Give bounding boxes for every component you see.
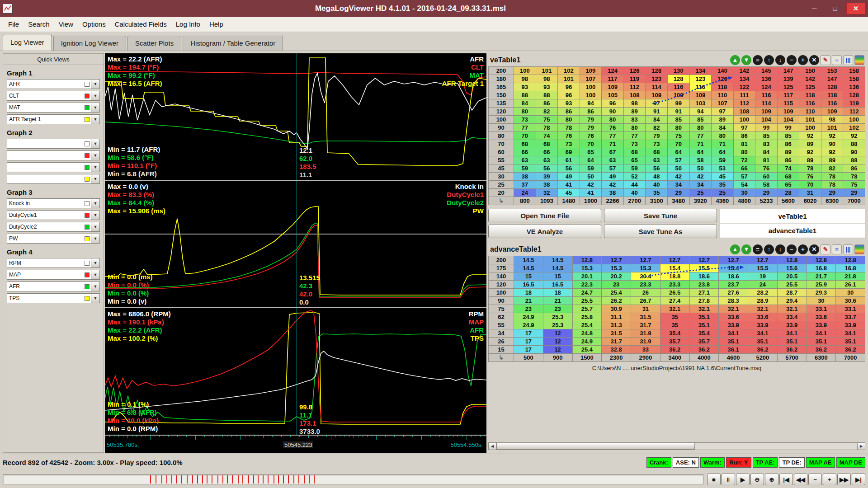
advancetable1-cell[interactable]: 35.7 — [689, 338, 719, 346]
vetable1-cell[interactable]: 118 — [799, 91, 821, 99]
vetable1-cell[interactable]: 128 — [646, 67, 668, 75]
vetable1-cell[interactable]: 68 — [514, 140, 536, 148]
menu-item-file[interactable]: File — [4, 18, 24, 31]
advancetable1-cell[interactable]: 26 — [631, 289, 660, 297]
vetable1-cell[interactable]: 80 — [558, 116, 580, 124]
advancetable1-cell[interactable]: 35.7 — [660, 338, 689, 346]
vetable1-cell[interactable]: 64 — [580, 156, 602, 164]
advancetable1-cell[interactable]: 14.5 — [543, 256, 572, 264]
advancetable1-cell[interactable]: 32.1 — [719, 305, 748, 313]
chevron-down-icon[interactable]: ▼ — [91, 115, 99, 124]
vetable1-cell[interactable]: 75 — [536, 116, 558, 124]
vetable1-cell[interactable]: 80 — [712, 132, 734, 140]
vetable1-cell[interactable]: 100 — [580, 83, 602, 91]
advancetable1-cell[interactable]: 20.2 — [602, 272, 631, 281]
advancetable1-cell[interactable]: 34.1 — [807, 329, 836, 338]
vetable1-cell[interactable]: 42 — [689, 173, 712, 181]
vetable1-cell[interactable]: 28 — [777, 189, 799, 197]
advancetable1-cell[interactable]: 17 — [514, 329, 543, 338]
menu-item-options[interactable]: Options — [78, 18, 110, 31]
vetable1-cell[interactable]: 73 — [623, 140, 646, 148]
increase-button[interactable]: ↑ — [764, 55, 774, 65]
vetable1-cell[interactable]: 69 — [558, 148, 580, 156]
advancetable1-cell[interactable]: 31.5 — [602, 329, 631, 338]
forward-button[interactable]: ▶▶ — [837, 474, 851, 485]
vetable1-cell[interactable]: 98 — [514, 75, 536, 83]
advancetable1-cell[interactable]: 34.1 — [719, 329, 748, 338]
advancetable1-cell[interactable]: 33.1 — [836, 305, 865, 313]
vetable1-cell[interactable]: 59 — [580, 164, 602, 173]
scroll-right-button[interactable]: ▶ — [857, 443, 865, 450]
vetable1-cell[interactable]: 88 — [843, 156, 865, 164]
advancetable1-cell[interactable]: 17 — [514, 346, 543, 354]
vetable1-cell[interactable]: 100 — [580, 91, 602, 99]
faster-button[interactable]: + — [823, 474, 836, 485]
vetable1-cell[interactable]: 94 — [580, 99, 602, 108]
vetable1-cell[interactable]: 78 — [821, 181, 843, 189]
advancetable1-cell[interactable]: 21 — [543, 297, 572, 305]
edit-pencil-button[interactable]: ✎ — [821, 55, 830, 65]
vetable1-cell[interactable]: 126 — [623, 67, 646, 75]
vetable1-cell[interactable]: 64 — [667, 148, 689, 156]
menu-item-view[interactable]: View — [54, 18, 78, 31]
advancetable1-cell[interactable]: 32.8 — [602, 346, 631, 354]
vetable1-cell[interactable]: 96 — [558, 91, 580, 99]
advancetable1-cell[interactable]: 23 — [602, 281, 631, 289]
vetable1-cell[interactable]: 83 — [623, 116, 646, 124]
advancetable1-cell[interactable]: 12 — [543, 338, 572, 346]
vetable1-cell[interactable]: 80 — [602, 116, 624, 124]
vetable1-cell[interactable]: 42 — [602, 181, 624, 189]
vetable1-cell[interactable]: 109 — [777, 108, 799, 116]
stop-button[interactable]: ■ — [707, 474, 721, 485]
vetable1-cell[interactable]: 110 — [712, 91, 734, 99]
advancetable1-cell[interactable]: 27.6 — [719, 289, 748, 297]
vetable1-cell[interactable]: 109 — [667, 91, 689, 99]
row-view-button[interactable]: ≡ — [832, 244, 842, 254]
vetable1-cell[interactable]: 54 — [733, 181, 755, 189]
vetable1-cell[interactable]: 101 — [536, 67, 558, 75]
clear-button[interactable]: ✕ — [809, 244, 819, 254]
vetable1-cell[interactable]: 38 — [602, 189, 624, 197]
vetable1-cell[interactable]: 118 — [712, 83, 734, 91]
vetable1-cell[interactable]: 30 — [733, 189, 755, 197]
vetable1-cell[interactable]: 32 — [536, 189, 558, 197]
advancetable1-cell[interactable]: 33.9 — [807, 321, 836, 329]
vetable1-cell[interactable]: 98 — [536, 75, 558, 83]
vetable1-cell[interactable]: 150 — [799, 67, 821, 75]
vetable1-cell[interactable]: 88 — [843, 140, 865, 148]
vetable1-cell[interactable]: 80 — [623, 124, 646, 132]
vetable1-cell[interactable]: 102 — [843, 124, 865, 132]
tab-histogram-table-generator[interactable]: Histogram / Table Generator — [183, 36, 283, 51]
tab-ignition-log-viewer[interactable]: Ignition Log Viewer — [53, 36, 126, 51]
vetable1-cell[interactable]: 116 — [821, 99, 843, 108]
chart-graph-1[interactable]: Max = 22.2 (AFR)Max = 194.7 (°F)Max = 99… — [105, 53, 486, 181]
heatmap-button[interactable] — [854, 55, 864, 65]
vetable1-cell[interactable]: 56 — [536, 164, 558, 173]
vetable1-cell[interactable]: 58 — [755, 181, 778, 189]
advancetable1-cell[interactable]: 25.7 — [572, 305, 602, 313]
advancetable1-cell[interactable]: 35 — [660, 321, 689, 329]
vetable1-cell[interactable]: 85 — [755, 132, 778, 140]
advancetable1-cell[interactable]: 35.4 — [660, 329, 689, 338]
advancetable1-cell[interactable]: 12.7 — [719, 256, 748, 264]
scale-up-button[interactable]: ▲ — [730, 244, 740, 254]
advancetable1-cell[interactable]: 27.4 — [660, 297, 689, 305]
vetable1-cell[interactable]: 50 — [667, 164, 689, 173]
vetable1-cell[interactable]: 70 — [580, 140, 602, 148]
vetable1-cell[interactable]: 98 — [821, 116, 843, 124]
vetable1-cell[interactable]: 84 — [646, 116, 668, 124]
tab-log-viewer[interactable]: Log Viewer — [3, 35, 52, 51]
vetable1-cell[interactable]: 147 — [777, 67, 799, 75]
field-combo-item[interactable]: ▼ — [7, 139, 100, 149]
advancetable1-cell[interactable]: 36.2 — [807, 346, 836, 354]
advancetable1-cell[interactable]: 33.9 — [748, 321, 778, 329]
vetable1-cell[interactable]: 41 — [558, 181, 580, 189]
vetable1-cell[interactable]: 68 — [646, 148, 668, 156]
vetable1-cell[interactable]: 80 — [514, 108, 536, 116]
vetable1-cell[interactable]: 59 — [623, 164, 646, 173]
advancetable1-cell[interactable]: 26.5 — [660, 289, 689, 297]
chevron-down-icon[interactable]: ▼ — [91, 103, 99, 112]
plus-button[interactable]: + — [798, 244, 808, 254]
advancetable1-cell[interactable]: 18.6 — [689, 272, 719, 281]
vetable1-cell[interactable]: 114 — [755, 99, 778, 108]
